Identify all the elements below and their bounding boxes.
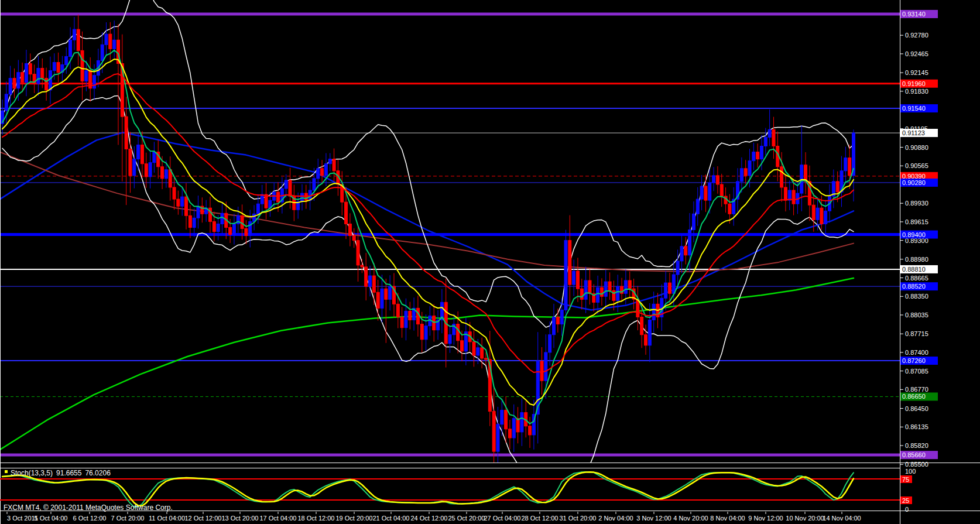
price-chart[interactable]: 0.927800.924650.921450.918300.911950.908… <box>0 0 980 524</box>
svg-text:9 Nov 12:00: 9 Nov 12:00 <box>748 515 783 522</box>
svg-text:0.85820: 0.85820 <box>905 442 928 449</box>
svg-text:0.92145: 0.92145 <box>905 69 928 76</box>
subwindow-marker-icon <box>5 470 8 473</box>
svg-text:6 Oct 12:00: 6 Oct 12:00 <box>73 515 107 522</box>
svg-text:28 Oct 12:00: 28 Oct 12:00 <box>522 515 558 522</box>
svg-text:0.88810: 0.88810 <box>902 266 926 273</box>
mt4-chart-window: 0.927800.924650.921450.918300.911950.908… <box>0 0 980 524</box>
svg-text:0.89930: 0.89930 <box>905 200 928 207</box>
svg-text:0.89400: 0.89400 <box>902 231 926 238</box>
svg-text:14 Nov 04:00: 14 Nov 04:00 <box>823 515 861 522</box>
svg-text:0.92465: 0.92465 <box>905 50 928 57</box>
svg-text:0.91830: 0.91830 <box>905 88 928 95</box>
svg-text:0.89615: 0.89615 <box>905 218 928 225</box>
stoch-name: Stoch(13,3,5) <box>11 469 53 477</box>
svg-text:0.87400: 0.87400 <box>905 349 928 356</box>
svg-text:0.88035: 0.88035 <box>905 311 928 318</box>
stoch-k-value: 91.6655 <box>56 469 81 477</box>
svg-text:10 Nov 20:00: 10 Nov 20:00 <box>786 515 824 522</box>
stoch-d-value: 76.0206 <box>85 469 110 477</box>
svg-text:0.88980: 0.88980 <box>905 256 928 263</box>
svg-text:11 Oct 04:00: 11 Oct 04:00 <box>149 515 185 522</box>
svg-text:24 Oct 12:00: 24 Oct 12:00 <box>411 515 448 522</box>
svg-text:0.88350: 0.88350 <box>905 293 928 300</box>
svg-text:0.88665: 0.88665 <box>905 275 928 282</box>
svg-text:5 Oct 04:00: 5 Oct 04:00 <box>35 515 68 522</box>
svg-text:0.85500: 0.85500 <box>905 461 928 468</box>
svg-text:0.88520: 0.88520 <box>902 283 926 290</box>
svg-text:0.86770: 0.86770 <box>905 386 928 393</box>
svg-text:0.91540: 0.91540 <box>902 105 926 112</box>
svg-text:0.86450: 0.86450 <box>905 405 928 412</box>
svg-text:0.93140: 0.93140 <box>902 11 926 18</box>
svg-text:0: 0 <box>905 506 909 513</box>
svg-text:0.86650: 0.86650 <box>902 393 926 400</box>
svg-text:31 Oct 20:00: 31 Oct 20:00 <box>560 515 597 522</box>
svg-text:0.90280: 0.90280 <box>902 179 926 186</box>
svg-text:2 Nov 04:00: 2 Nov 04:00 <box>598 515 633 522</box>
svg-text:0.87260: 0.87260 <box>902 357 926 364</box>
svg-text:7 Oct 20:00: 7 Oct 20:00 <box>111 515 145 522</box>
svg-text:17 Oct 04:00: 17 Oct 04:00 <box>260 515 297 522</box>
svg-text:13 Oct 20:00: 13 Oct 20:00 <box>222 515 259 522</box>
svg-text:0.90565: 0.90565 <box>905 162 928 169</box>
svg-text:19 Oct 20:00: 19 Oct 20:00 <box>336 515 373 522</box>
svg-text:18 Oct 12:00: 18 Oct 12:00 <box>298 515 335 522</box>
svg-text:0.87715: 0.87715 <box>905 330 928 337</box>
svg-text:25 Oct 20:00: 25 Oct 20:00 <box>448 515 485 522</box>
svg-text:21 Oct 04:00: 21 Oct 04:00 <box>373 515 410 522</box>
svg-text:0.85660: 0.85660 <box>902 451 926 458</box>
svg-text:100: 100 <box>905 468 916 475</box>
svg-text:3 Nov 12:00: 3 Nov 12:00 <box>636 515 671 522</box>
svg-text:25: 25 <box>902 497 909 504</box>
svg-text:0.91123: 0.91123 <box>902 129 925 136</box>
svg-text:4 Nov 20:00: 4 Nov 20:00 <box>673 515 708 522</box>
svg-text:0.86135: 0.86135 <box>905 423 928 430</box>
stochastic-indicator-label: Stoch(13,3,5)91.665576.0206 <box>11 469 114 477</box>
copyright-watermark: FXCM MT4, © 2001-2011 MetaQuotes Softwar… <box>4 504 173 512</box>
svg-text:0.87085: 0.87085 <box>905 368 928 375</box>
svg-text:12 Oct 12:00: 12 Oct 12:00 <box>185 515 222 522</box>
svg-text:3 Oct 2011: 3 Oct 2011 <box>7 515 38 522</box>
svg-text:75: 75 <box>902 476 909 483</box>
svg-text:0.92780: 0.92780 <box>905 32 928 39</box>
svg-text:8 Nov 04:00: 8 Nov 04:00 <box>710 515 745 522</box>
svg-text:0.90880: 0.90880 <box>905 144 928 151</box>
svg-text:27 Oct 04:00: 27 Oct 04:00 <box>484 515 521 522</box>
svg-text:0.91960: 0.91960 <box>902 80 926 87</box>
